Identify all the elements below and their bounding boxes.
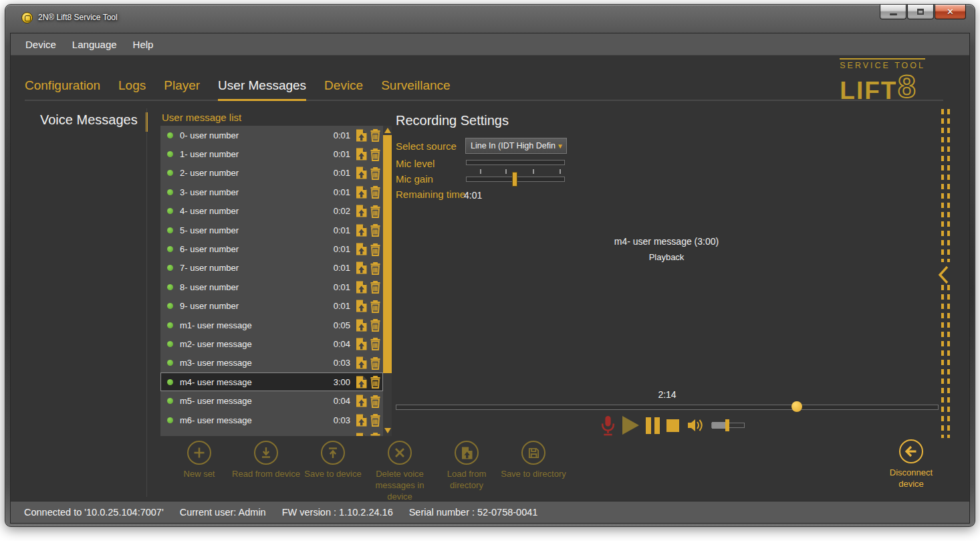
volume-slider[interactable]: [711, 419, 746, 432]
message-list-row[interactable]: 8- user number 0:01: [160, 278, 383, 296]
new-set-button[interactable]: New set: [166, 441, 233, 501]
seek-bar[interactable]: [396, 405, 939, 410]
delete-message-icon[interactable]: [369, 205, 382, 218]
message-list-row[interactable]: 9- user number 0:01: [160, 297, 383, 316]
scroll-down-icon[interactable]: [384, 428, 391, 433]
delete-message-icon[interactable]: [369, 148, 382, 161]
delete-message-icon[interactable]: [369, 280, 382, 294]
load-file-icon[interactable]: [355, 413, 368, 427]
message-duration: 0:01: [328, 301, 350, 311]
disconnect-device-button[interactable]: Disconnect device: [878, 439, 945, 490]
delete-message-icon[interactable]: [369, 318, 382, 332]
load-file-icon[interactable]: [355, 337, 368, 350]
message-list-row[interactable]: 3- user number 0:01: [160, 183, 383, 201]
message-list-row[interactable]: 1- user number 0:01: [160, 144, 383, 163]
message-list-row[interactable]: m4- user message 3:00: [160, 372, 383, 391]
mic-gain-label: Mic gain: [396, 173, 433, 185]
status-dot: [167, 151, 173, 157]
delete-message-icon[interactable]: [369, 167, 382, 180]
message-list-row[interactable]: m6- user message 0:03: [160, 411, 383, 429]
save-to-directory-button[interactable]: Save to directory: [500, 441, 567, 501]
minimize-button[interactable]: [880, 5, 906, 19]
tab-user-messages[interactable]: User Messages: [218, 78, 306, 101]
delete-message-icon[interactable]: [369, 375, 382, 389]
message-list-row[interactable]: 0- user number 0:01: [160, 126, 383, 144]
load-file-icon[interactable]: [355, 318, 368, 332]
message-list-row[interactable]: 2- user number 0:01: [160, 164, 383, 183]
record-mic-button[interactable]: [600, 415, 616, 436]
mic-gain-slider[interactable]: [466, 177, 565, 182]
load-file-icon[interactable]: [355, 167, 368, 180]
speaker-icon: [686, 417, 705, 433]
message-list-row[interactable]: 5- user number 0:01: [160, 221, 383, 239]
load-file-icon[interactable]: [355, 395, 368, 408]
message-list-row[interactable]: m1- user message 0:05: [160, 316, 383, 334]
menu-language[interactable]: Language: [72, 39, 117, 50]
message-label: 7- user number: [180, 263, 328, 273]
load-file-icon[interactable]: [355, 205, 368, 218]
delete-message-icon[interactable]: [369, 356, 382, 370]
load-file-icon[interactable]: [355, 432, 368, 436]
delete-message-icon[interactable]: [369, 432, 382, 436]
mic-gain-thumb[interactable]: [512, 172, 517, 187]
collapse-panel-button[interactable]: [938, 265, 949, 287]
message-list-row[interactable]: [160, 429, 383, 436]
volume-thumb[interactable]: [725, 419, 729, 431]
sidebar-title: Voice Messages: [40, 112, 138, 128]
load-file-icon[interactable]: [355, 375, 368, 389]
load-file-icon[interactable]: [355, 280, 368, 294]
delete-message-icon[interactable]: [369, 185, 382, 199]
source-select-dropdown[interactable]: Line In (IDT High Definiti ▼: [465, 138, 567, 154]
load-file-icon[interactable]: [355, 223, 368, 237]
window-title: 2N® Lift8 Service Tool: [38, 12, 118, 22]
status-dot: [167, 284, 173, 290]
delete-message-icon[interactable]: [369, 337, 382, 350]
load-from-directory-button[interactable]: Load from directory: [433, 441, 500, 501]
maximize-button[interactable]: [907, 5, 934, 19]
save-to-device-button[interactable]: Save to device: [299, 441, 366, 501]
message-list-row[interactable]: 4- user number 0:02: [160, 202, 383, 221]
tab-configuration[interactable]: Configuration: [25, 78, 100, 100]
delete-message-icon[interactable]: [369, 243, 382, 256]
load-file-icon[interactable]: [355, 185, 368, 199]
delete-message-icon[interactable]: [369, 223, 382, 237]
menu-device[interactable]: Device: [25, 39, 56, 50]
seek-thumb[interactable]: [791, 401, 802, 412]
delete-message-icon[interactable]: [369, 413, 382, 427]
tab-surveillance[interactable]: Surveillance: [381, 78, 451, 100]
scrollbar-thumb[interactable]: [383, 135, 392, 373]
load-file-icon[interactable]: [355, 128, 368, 142]
load-file-icon[interactable]: [355, 356, 368, 370]
status-dot: [167, 379, 173, 385]
delete-message-icon[interactable]: [369, 261, 382, 275]
delete-voice-messages-button[interactable]: Delete voice messages in device: [366, 441, 433, 501]
tab-player[interactable]: Player: [164, 78, 200, 100]
menu-help[interactable]: Help: [133, 39, 154, 50]
message-list-row[interactable]: m3- user message 0:03: [160, 354, 383, 372]
delete-message-icon[interactable]: [369, 128, 382, 142]
upload-icon: [321, 441, 345, 465]
message-duration: 3:00: [328, 377, 350, 387]
load-file-icon[interactable]: [355, 148, 368, 161]
scroll-up-icon[interactable]: [384, 128, 391, 133]
delete-message-icon[interactable]: [369, 395, 382, 408]
message-list-row[interactable]: 6- user number 0:01: [160, 239, 383, 258]
tab-logs[interactable]: Logs: [118, 78, 146, 100]
load-file-icon[interactable]: [355, 261, 368, 275]
message-list-row[interactable]: 7- user number 0:01: [160, 259, 383, 278]
stop-button[interactable]: [666, 419, 679, 432]
volume-button[interactable]: [686, 417, 705, 433]
status-dot: [167, 246, 173, 252]
floppy-icon: [521, 441, 545, 465]
tab-device[interactable]: Device: [324, 78, 363, 100]
read-from-device-button[interactable]: Read from device: [233, 441, 299, 501]
play-button[interactable]: [622, 416, 639, 435]
list-scrollbar[interactable]: [383, 126, 392, 436]
load-file-icon[interactable]: [355, 243, 368, 256]
close-button[interactable]: ✕: [935, 5, 966, 19]
delete-message-icon[interactable]: [369, 300, 382, 313]
pause-button[interactable]: [646, 417, 660, 434]
message-list-row[interactable]: m2- user message 0:04: [160, 334, 383, 353]
load-file-icon[interactable]: [355, 300, 368, 313]
message-list-row[interactable]: m5- user message 0:04: [160, 391, 383, 410]
